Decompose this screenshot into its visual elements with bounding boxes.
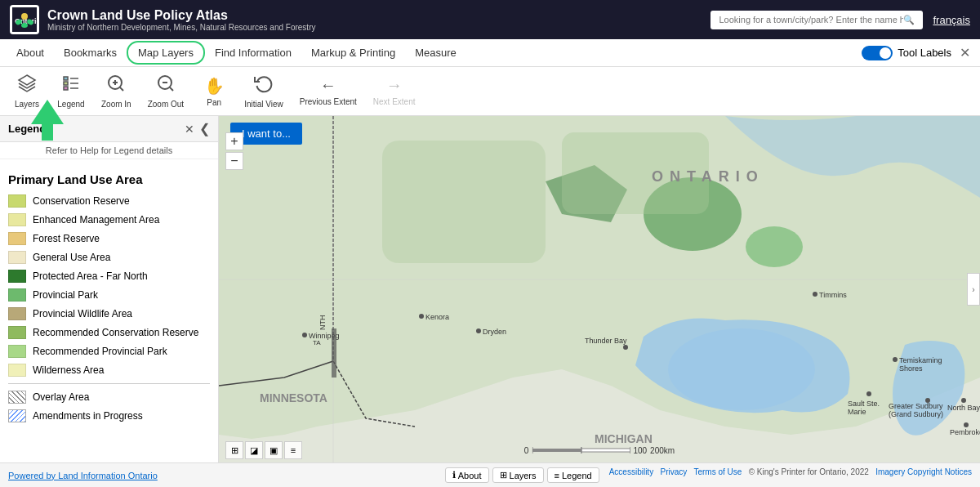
zoom-out-icon [156, 74, 176, 97]
trillium-icon: Ontario [10, 5, 39, 34]
svg-text:(Grand Sudbury): (Grand Sudbury) [889, 410, 943, 418]
legend-label-forest-reserve: Forest Reserve [33, 233, 100, 244]
map-right-edge-button[interactable]: › [967, 273, 980, 306]
bottom-legend-icon: ≡ [555, 471, 559, 480]
initial-view-icon [254, 74, 274, 97]
svg-text:Temiskaming: Temiskaming [899, 356, 942, 364]
map-nav-icon-1[interactable]: ⊞ [225, 441, 243, 459]
svg-point-38 [419, 314, 424, 319]
toolbar-previous-extent[interactable]: ← Previous Extent [293, 73, 363, 109]
nav-bookmarks[interactable]: Bookmarks [54, 40, 127, 65]
legend-swatch-provincial-wildlife [8, 307, 26, 320]
copyright-text: © King's Printer for Ontario, 2022 [749, 467, 869, 476]
legend-swatch-conservation-reserve [8, 194, 26, 208]
bottom-layers-icon: ⊞ [500, 470, 507, 480]
green-arrow-body [42, 124, 53, 141]
toolbar-initial-view[interactable]: Initial View [238, 70, 290, 112]
map-canvas: MINNESOTA MICHIGAN ONTARIO Winnipeg Keno… [219, 116, 980, 462]
map-scale-bar: 0 100 200km [524, 445, 675, 456]
legend-label-overlay: Overlay Area [33, 391, 89, 403]
svg-rect-29 [382, 141, 546, 263]
legend-help: Refer to Help for Legend details [0, 142, 218, 159]
map-area[interactable]: MINNESOTA MICHIGAN ONTARIO Winnipeg Keno… [219, 116, 980, 462]
legend-icon [61, 74, 81, 97]
legend-label-conservation-reserve: Conservation Reserve [33, 195, 130, 207]
svg-text:TA: TA [313, 339, 321, 346]
svg-point-44 [813, 292, 817, 297]
bottom-legend-button[interactable]: ≡ Legend [547, 467, 599, 483]
toolbar-previous-extent-label: Previous Extent [300, 97, 357, 106]
legend-swatch-overlay [8, 391, 26, 404]
legend-swatch-provincial-park [8, 288, 26, 302]
svg-text:MICHIGAN: MICHIGAN [595, 432, 653, 445]
legend-help-text: Refer to Help for Legend details [46, 145, 172, 155]
list-item: Overlay Area [8, 391, 210, 404]
accessibility-link[interactable]: Accessibility [609, 467, 653, 476]
legend-panel: Legend ✕ ❮ Refer to Help for Legend deta… [0, 116, 219, 462]
legend-swatch-wilderness [8, 364, 26, 377]
toggle-knob [880, 47, 891, 59]
list-item: Conservation Reserve [8, 194, 210, 208]
search-input[interactable] [719, 15, 903, 25]
app-title: Crown Land Use Policy Atlas [47, 8, 315, 23]
toolbar-pan-label: Pan [207, 98, 221, 107]
svg-text:Dryden: Dryden [483, 328, 506, 336]
map-nav-icon-2[interactable]: ◪ [245, 441, 263, 459]
svg-rect-7 [64, 77, 68, 80]
toolbar: Layers Legend Zoom In [0, 67, 980, 116]
nav-markup-printing[interactable]: Markup & Printing [301, 40, 405, 65]
nav-find-information[interactable]: Find Information [205, 40, 301, 65]
powered-by-link[interactable]: Powered by Land Information Ontario [8, 471, 158, 480]
svg-text:North Bay: North Bay [947, 404, 980, 412]
svg-text:Thunder Bay: Thunder Bay [585, 337, 627, 345]
legend-swatch-general-use [8, 251, 26, 264]
svg-point-46 [893, 357, 898, 362]
toolbar-next-extent[interactable]: → Next Extent [367, 73, 422, 109]
footer-links: Accessibility Privacy Terms of Use © Kin… [609, 467, 972, 483]
map-nav-icon-4[interactable]: ≡ [284, 441, 302, 459]
previous-extent-icon: ← [320, 76, 336, 95]
search-bar[interactable]: 🔍 [710, 11, 923, 29]
app-subtitle: Ministry of Northern Development, Mines,… [47, 23, 315, 32]
list-item: Amendments in Progress [8, 409, 210, 422]
francais-button[interactable]: français [933, 14, 970, 26]
toolbar-zoom-out[interactable]: Zoom Out [141, 70, 190, 112]
toolbar-pan[interactable]: ✋ Pan [194, 73, 234, 110]
svg-point-42 [623, 345, 628, 350]
map-nav-icon-3[interactable]: ▣ [265, 441, 283, 459]
svg-point-52 [866, 391, 871, 396]
legend-nav-button[interactable]: ❮ [199, 121, 210, 136]
svg-point-55 [961, 398, 966, 403]
green-arrow-head [31, 100, 64, 124]
nav-measure[interactable]: Measure [405, 40, 466, 65]
legend-swatch-protected-far-north [8, 270, 26, 283]
toolbar-zoom-out-label: Zoom Out [148, 100, 184, 109]
bottom-layers-button[interactable]: ⊞ Layers [492, 467, 544, 483]
scale-bar-svg [532, 445, 630, 456]
search-icon: 🔍 [903, 15, 915, 25]
next-extent-icon: → [386, 76, 403, 95]
svg-rect-9 [64, 87, 68, 90]
svg-text:Shores: Shores [899, 364, 923, 373]
svg-text:Pembroke: Pembroke [950, 428, 980, 436]
legend-close-button[interactable]: ✕ [185, 123, 194, 136]
map-nav-icons: ⊞ ◪ ▣ ≡ [225, 441, 302, 459]
privacy-link[interactable]: Privacy [661, 467, 688, 476]
header-title: Crown Land Use Policy Atlas Ministry of … [47, 8, 315, 32]
svg-rect-8 [64, 82, 68, 85]
terms-link[interactable]: Terms of Use [693, 467, 742, 476]
layers-icon [17, 74, 37, 97]
map-zoom-in-button[interactable]: + [225, 132, 243, 150]
imagery-link[interactable]: Imagery Copyright Notices [875, 467, 972, 476]
list-item: Protected Area - Far North [8, 270, 210, 283]
toolbar-zoom-in[interactable]: Zoom In [95, 70, 138, 112]
tool-labels-toggle[interactable] [862, 46, 893, 60]
nav-about[interactable]: About [7, 40, 54, 65]
map-zoom-out-button[interactable]: − [225, 152, 243, 170]
bottom-about-button[interactable]: ℹ About [445, 467, 489, 483]
close-button[interactable]: ✕ [956, 45, 973, 60]
legend-swatch-enhanced-management [8, 213, 26, 226]
nav-map-layers[interactable]: Map Layers [127, 41, 205, 65]
scale-100: 100 [633, 446, 647, 455]
list-item: Provincial Park [8, 288, 210, 302]
